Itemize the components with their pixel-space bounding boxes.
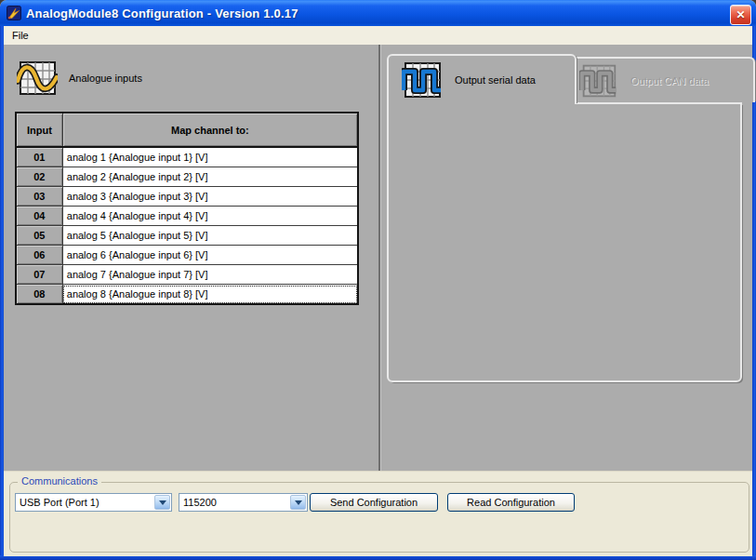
input-number-cell: 07 bbox=[16, 265, 62, 285]
analogue-inputs-label: Analogue inputs bbox=[69, 73, 142, 84]
title-bar: AnalogModule8 Configuration - Version 1.… bbox=[0, 0, 756, 26]
input-number-cell: 05 bbox=[16, 226, 62, 246]
baud-rate-select[interactable]: 115200 bbox=[179, 493, 308, 512]
table-row: 01analog 1 {Analogue input 1} [V] bbox=[16, 147, 358, 167]
input-number-cell: 02 bbox=[16, 167, 62, 187]
close-button[interactable]: ✕ bbox=[730, 5, 751, 25]
map-channel-column-header: Map channel to: bbox=[62, 113, 358, 147]
serial-wave-icon bbox=[402, 60, 443, 100]
table-row: 08analog 8 {Analogue input 8} [V] bbox=[16, 285, 358, 305]
map-channel-cell[interactable]: analog 6 {Analogue input 6} [V] bbox=[62, 246, 358, 265]
window-border-right bbox=[752, 26, 756, 560]
map-channel-cell[interactable]: analog 5 {Analogue input 5} [V] bbox=[62, 226, 358, 246]
tab-output-serial-label: Output serial data bbox=[455, 74, 536, 86]
can-wave-icon bbox=[579, 62, 618, 100]
table-row: 03analog 3 {Analogue input 3} [V] bbox=[16, 187, 358, 207]
table-row: 02analog 2 {Analogue input 2} [V] bbox=[16, 167, 358, 187]
serial-data-tab-page bbox=[387, 102, 742, 382]
window-title: AnalogModule8 Configuration - Version 1.… bbox=[26, 7, 298, 20]
input-number-cell: 01 bbox=[16, 147, 62, 167]
map-channel-cell[interactable]: analog 8 {Analogue input 8} [V] bbox=[62, 285, 358, 305]
port-select-value: USB Port (Port 1) bbox=[20, 497, 99, 508]
map-channel-cell[interactable]: analog 4 {Analogue input 4} [V] bbox=[62, 207, 358, 226]
app-icon bbox=[7, 6, 21, 20]
send-configuration-button[interactable]: Send Configuration bbox=[310, 493, 438, 512]
map-channel-cell[interactable]: analog 7 {Analogue input 7} [V] bbox=[62, 265, 358, 285]
communications-label: Communications bbox=[18, 475, 101, 487]
input-number-cell: 08 bbox=[16, 285, 62, 305]
port-select-dropdown-button[interactable] bbox=[154, 495, 170, 510]
menu-bar: File bbox=[4, 26, 752, 45]
analogue-inputs-icon bbox=[17, 58, 58, 99]
input-number-cell: 03 bbox=[16, 187, 62, 207]
chevron-down-icon bbox=[295, 500, 302, 505]
input-map-table-body: 01analog 1 {Analogue input 1} [V]02analo… bbox=[16, 147, 358, 304]
analogue-inputs-table: Input Map channel to: 01analog 1 {Analog… bbox=[15, 112, 359, 305]
tab-output-can-label: Output CAN data bbox=[630, 75, 709, 87]
table-row: 06analog 6 {Analogue input 6} [V] bbox=[16, 246, 358, 265]
baud-rate-value: 115200 bbox=[183, 497, 217, 508]
table-row: 04analog 4 {Analogue input 4} [V] bbox=[16, 207, 358, 226]
input-number-cell: 04 bbox=[16, 207, 62, 226]
map-channel-cell[interactable]: analog 3 {Analogue input 3} [V] bbox=[62, 187, 358, 207]
panel-divider bbox=[378, 45, 380, 471]
map-channel-cell[interactable]: analog 1 {Analogue input 1} [V] bbox=[62, 147, 358, 167]
table-header-row: Input Map channel to: bbox=[16, 113, 358, 147]
read-configuration-button[interactable]: Read Configuration bbox=[447, 493, 575, 512]
tab-output-can-data: Output CAN data bbox=[564, 57, 755, 102]
tab-output-serial-data[interactable]: Output serial data bbox=[387, 54, 577, 104]
baud-rate-dropdown-button[interactable] bbox=[290, 495, 306, 510]
menu-file[interactable]: File bbox=[4, 28, 37, 43]
app-window: AnalogModule8 Configuration - Version 1.… bbox=[0, 0, 756, 560]
map-channel-cell[interactable]: analog 2 {Analogue input 2} [V] bbox=[62, 167, 358, 187]
analogue-inputs-header: Analogue inputs bbox=[17, 58, 142, 99]
port-select[interactable]: USB Port (Port 1) bbox=[15, 493, 172, 512]
table-row: 07analog 7 {Analogue input 7} [V] bbox=[16, 265, 358, 285]
input-number-cell: 06 bbox=[16, 246, 62, 265]
table-row: 05analog 5 {Analogue input 5} [V] bbox=[16, 226, 358, 246]
chevron-down-icon bbox=[159, 500, 166, 505]
input-column-header: Input bbox=[16, 113, 62, 147]
